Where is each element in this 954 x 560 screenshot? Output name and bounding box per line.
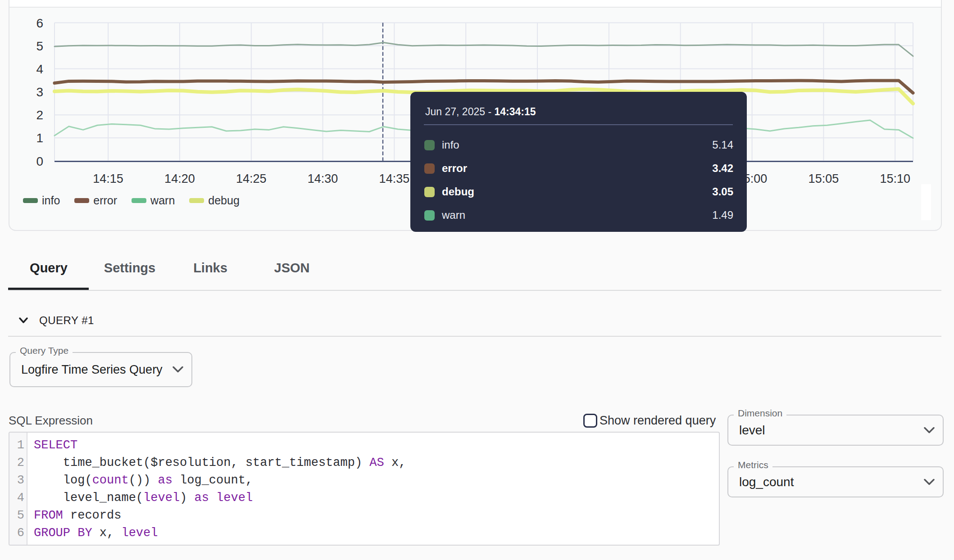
svg-text:14:25: 14:25	[236, 172, 267, 185]
svg-text:6: 6	[36, 16, 43, 30]
svg-text:15:05: 15:05	[809, 172, 839, 185]
svg-text:0: 0	[36, 154, 43, 168]
svg-text:5: 5	[36, 39, 43, 53]
svg-text:1: 1	[36, 131, 43, 145]
svg-text:14:30: 14:30	[308, 172, 338, 185]
svg-text:14:15: 14:15	[93, 172, 123, 185]
svg-text:4: 4	[36, 62, 43, 76]
svg-text:15:10: 15:10	[880, 172, 910, 185]
svg-text:3: 3	[36, 85, 43, 99]
svg-text:2: 2	[36, 108, 43, 122]
svg-text:14:35: 14:35	[379, 172, 410, 185]
svg-text:14:20: 14:20	[164, 172, 195, 185]
